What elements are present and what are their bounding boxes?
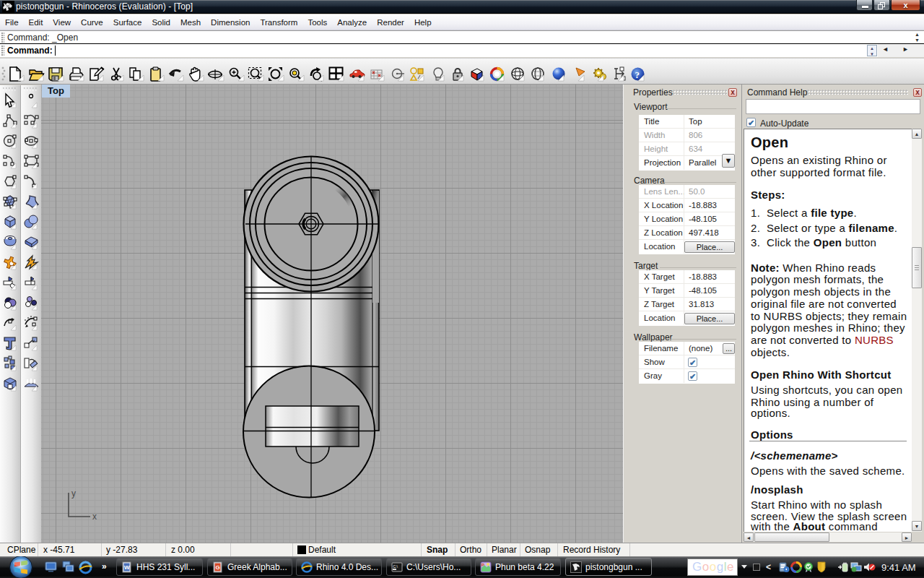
svg-text:W: W [124,564,130,571]
svg-text:G: G [216,564,220,571]
svg-text:?: ? [635,69,640,80]
svg-text:x: x [92,512,97,522]
svg-text:P: P [481,563,484,567]
svg-text:C:\: C:\ [393,564,398,569]
svg-text:y: y [71,488,76,499]
